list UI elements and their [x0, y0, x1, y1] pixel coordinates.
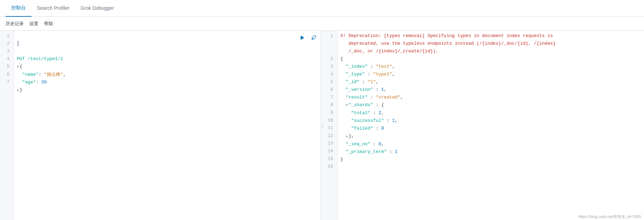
response-pane: 1 2 3 4 5 6 7 8 9 10 11 12 13 14 15 16 #…: [324, 31, 644, 220]
editor-code-content[interactable]: │ PUT /test/type1/1 ▼{ "name": "姚云峰", "a…: [14, 31, 321, 220]
tab-search-profiler[interactable]: Search Profiler: [31, 0, 75, 17]
editor-line-numbers: 1 2 3 4 5 6 7: [0, 31, 14, 220]
response-content: 1 2 3 4 5 6 7 8 9 10 11 12 13 14 15 16 #…: [324, 31, 644, 220]
svg-marker-0: [301, 36, 304, 40]
code-editor: 1 2 3 4 5 6 7 │ PUT /test/type1/1 ▼{ "na…: [0, 31, 321, 220]
pane-divider[interactable]: ⋮: [321, 31, 324, 220]
response-line-numbers: 1 2 3 4 5 6 7 8 9 10 11 12 13 14 15 16: [324, 31, 338, 220]
subnav-settings[interactable]: 设置: [29, 19, 38, 28]
response-code-content: #! Deprecation: [types removal] Specifyi…: [338, 31, 644, 220]
tab-console[interactable]: 控制台: [6, 0, 31, 17]
run-button[interactable]: [298, 34, 307, 42]
subnav-help[interactable]: 帮助: [44, 19, 53, 28]
status-text: https://blog.csdn.net/变色龙_id=3595: [578, 214, 641, 219]
subnav-history[interactable]: 历史记录: [6, 19, 24, 28]
tab-grok-debugger[interactable]: Grok Debugger: [75, 0, 120, 17]
wrench-icon: [311, 35, 316, 41]
tab-console-label: 控制台: [11, 5, 26, 11]
sub-navigation: 历史记录 设置 帮助: [0, 17, 644, 31]
editor-toolbar: [298, 34, 318, 42]
settings-button[interactable]: [309, 34, 318, 42]
editor-area: 1 2 3 4 5 6 7 │ PUT /test/type1/1 ▼{ "na…: [0, 31, 644, 220]
input-editor-pane: 1 2 3 4 5 6 7 │ PUT /test/type1/1 ▼{ "na…: [0, 31, 321, 220]
tab-grok-debugger-label: Grok Debugger: [81, 5, 114, 11]
top-navigation: 控制台 Search Profiler Grok Debugger: [0, 0, 644, 17]
run-icon: [300, 35, 305, 41]
status-bar: https://blog.csdn.net/变色龙_id=3595: [576, 213, 644, 220]
tab-search-profiler-label: Search Profiler: [37, 5, 69, 11]
